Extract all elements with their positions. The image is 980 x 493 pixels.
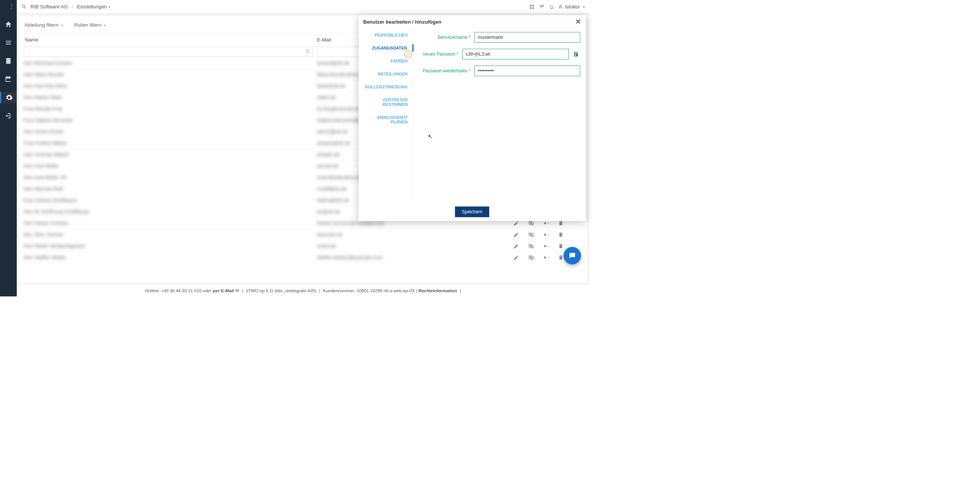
search-icon[interactable] [21,4,27,10]
repeatpwd-label: Passwort wiederholen * [419,68,474,74]
svg-point-5 [306,50,309,52]
row-name: Frau Renate Frey [24,106,313,112]
sidebar: ⋮ [0,0,17,296]
footer-customer: Kundennummer: 10001-18289 rib-s-web-ep-0… [323,288,414,293]
breadcrumb-org[interactable]: RIB Software AG [30,4,68,10]
row-name: Herr Karl-Otto Bicks [24,83,313,89]
tab-roles[interactable]: ROLLENZUWEISUNG [359,83,413,91]
breadcrumb-page[interactable]: Einstellungen▾ [77,4,110,10]
row-name: Herr Michael Reiff [24,186,313,192]
user-edit-panel: Benutzer bearbeiten / hinzufügen ✕ PERSÖ… [359,15,586,221]
repeatpwd-input[interactable] [474,66,580,76]
row-name: Herr Bernhard Amand [24,60,313,66]
footer-version: (iTWO ep 5.1) (bitv_reintegrate-425) [246,288,316,293]
nav-calendar[interactable] [0,74,17,85]
row-email: Steffen.Weber@example.com [313,255,506,260]
username-label: Benutzername * [419,35,474,40]
edit-icon[interactable] [513,232,519,238]
strength-smile-icon: ☺ [404,50,412,58]
nav-logout[interactable] [0,110,17,122]
col-header-name[interactable]: Name [24,37,313,43]
footer-legal-link[interactable]: Rechteinformation [418,288,457,293]
chevron-down-icon: ▾ [109,5,110,9]
tab-access[interactable]: ZUGANGSDATEN [359,44,413,52]
sidebar-menu-icon[interactable]: ⋮ [8,3,14,10]
newpwd-input[interactable] [462,49,569,59]
svg-point-11 [544,245,546,247]
chevron-down-icon: ▾ [61,23,63,27]
bell-icon[interactable] [549,4,554,10]
chevron-down-icon: ▾ [104,23,106,27]
row-name: Frau Sabine Henschel [24,117,313,123]
save-pwd-icon[interactable] [572,51,580,57]
svg-rect-4 [532,7,534,9]
key-icon[interactable] [543,232,550,238]
user-menu[interactable]: A. istrator ▾ [559,4,585,10]
row-name: Frau Andrea Mälzer [24,140,313,146]
row-name: Herr Steffen Weber [24,255,313,260]
footer: Hotline: +49 30 44 33 11 510 oder per E-… [17,285,589,296]
key-icon[interactable] [543,255,550,261]
row-email: vmart.de [313,243,506,249]
key-icon[interactable] [543,243,550,249]
close-icon[interactable]: ✕ [575,18,581,26]
tab-departments[interactable]: ABTEILUNGEN [359,70,413,78]
tab-personal[interactable]: PERSÖNLICHES [359,31,413,39]
chat-bubble[interactable] [563,247,581,264]
row-name: Herr Mario Bender [24,72,313,77]
toolbar-icon-1[interactable] [529,4,535,10]
hide-icon[interactable] [528,243,535,249]
edit-icon[interactable] [513,255,519,261]
row-name: Herr Martin Verbandsgutsch [24,243,313,249]
row-name: Frau Helena Schiffbauer [24,197,313,203]
chevron-down-icon: ▾ [583,5,585,9]
search-name-input[interactable] [24,47,313,57]
table-row[interactable]: Herr Steffen WeberSteffen.Weber@example.… [24,252,583,263]
svg-point-13 [544,256,546,258]
row-name: Herr Rainer Diehl [24,94,313,100]
svg-point-7 [544,222,546,224]
search-icon[interactable] [305,49,311,54]
tab-deputy[interactable]: VERTRETER BESTIMMEN [359,96,413,108]
chevron-right-icon: › [72,4,73,10]
row-email: Rainer.Schulze@example.com [313,220,506,226]
svg-rect-3 [530,7,531,9]
username-input[interactable] [474,32,580,43]
tab-colors[interactable]: FARBEN [359,57,413,65]
filter-department[interactable]: Abteilung filtern▾ [24,22,63,28]
svg-point-0 [22,5,25,8]
svg-rect-2 [532,5,534,6]
topbar: RIB Software AG › Einstellungen▾ A. istr… [17,0,589,14]
row-name: Mrs. Elvis Tasman [24,232,313,237]
filter-role[interactable]: Rollen filtern▾ [74,22,106,28]
row-name: Herr Rainer Schulze [24,220,313,226]
footer-mail-link[interactable]: per E-Mail [213,288,234,293]
edit-icon[interactable] [513,243,519,249]
row-name: Herr Achim Kinder [24,129,313,134]
table-row[interactable]: Herr Martin Verbandsgutschvmart.de [24,240,583,252]
breadcrumb: RIB Software AG › Einstellungen▾ [21,4,110,10]
footer-hotline: Hotline: +49 30 44 33 11 510 oder [145,288,211,293]
svg-point-9 [544,234,546,235]
row-name: Herr Andreas Mälzer [24,152,313,157]
newpwd-label: neues Passwort * [419,51,462,57]
hide-icon[interactable] [528,255,535,261]
delete-icon[interactable] [558,232,563,238]
row-name: Herr Axel Müller [24,163,313,169]
nav-list[interactable] [0,37,17,48]
hide-icon[interactable] [528,232,535,238]
nav-contacts[interactable] [0,55,17,67]
row-email: etasman.de [313,232,506,237]
row-name: Herr W. Eröffnung Schiffbauer [24,209,313,214]
delete-icon[interactable] [558,255,563,261]
nav-settings[interactable] [0,92,17,103]
delete-icon[interactable] [558,243,563,249]
row-name: Herr Axel Müller JR [24,174,313,180]
table-row[interactable]: Mrs. Elvis Tasmanetasman.de [24,229,583,240]
save-button[interactable]: Speichern [455,206,489,217]
nav-home[interactable] [0,19,17,30]
mail-icon: ✉ [235,288,239,293]
panel-title: Benutzer bearbeiten / hinzufügen [363,19,441,25]
refresh-icon[interactable] [539,4,544,10]
tab-absence[interactable]: ABWESENHEIT PLANEN [359,114,413,126]
